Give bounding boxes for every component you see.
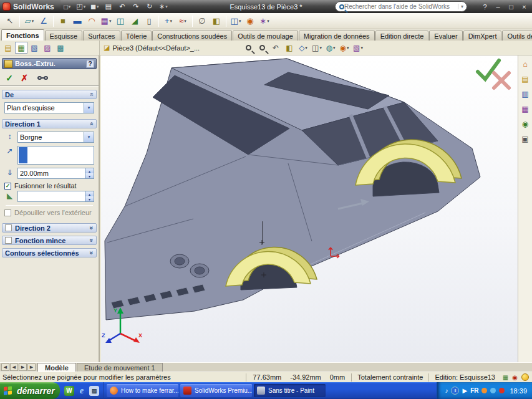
tray-network-icon[interactable] [490,388,496,393]
depth-input[interactable]: 20.00mm ▴▾ [17,168,94,179]
extruded-cut-button[interactable]: ▬ [70,14,84,28]
spin-down-button[interactable]: ▾ [85,173,94,178]
section-selected-contours-header[interactable]: Contours sélectionnés » [2,248,97,257]
linear-pattern-button[interactable]: ▦▾ [99,14,113,28]
design-library-tab[interactable]: ▤ [520,74,531,84]
status-tag-icon[interactable]: ▦ [501,374,510,381]
section-direction1-header[interactable]: Direction 1 » [2,119,97,128]
direction2-checkbox[interactable] [5,224,12,231]
volume-icon[interactable]: ♪ [445,387,448,394]
edit-appearance-button[interactable]: ◉ [243,14,257,28]
combo-arrow-icon[interactable]: ▾ [84,103,94,113]
view-orientation-button[interactable]: ◇▾ [297,41,309,54]
internet-explorer-icon[interactable]: e [77,386,87,396]
tray-security-icon[interactable] [499,388,505,393]
expand-chevron-icon[interactable]: » [89,239,95,243]
edit-appearance-button[interactable]: ◉▾ [338,41,351,54]
save-button[interactable]: ◼▾ [88,1,102,12]
propertymanager-tab[interactable]: ▦ [15,42,27,54]
reverse-direction-icon[interactable]: ↕ [4,132,15,142]
tray-update-icon[interactable] [481,388,487,393]
graphics-area[interactable]: Y X Z [101,55,518,362]
previous-view-button[interactable]: ↶ [269,41,282,54]
smart-dimension-button[interactable]: ∠ [37,14,51,28]
maximize-button[interactable]: □ [505,1,518,12]
zoom-area-button[interactable] [256,41,268,54]
section-view-button[interactable]: ◧ [283,41,296,54]
media-pause-icon[interactable]: ‖ [451,387,459,395]
view-palette-tab[interactable]: ▦ [520,103,531,114]
app-logo[interactable]: SolidWorks [0,0,60,13]
tab-constructions-soudees[interactable]: Constructions soudées [152,31,232,41]
language-indicator[interactable]: FR [470,387,478,394]
start-button[interactable]: démarrer [0,382,60,399]
draft-angle-icon[interactable]: ◣ [4,191,15,201]
scroll-prev-button[interactable]: ◀ [10,363,18,371]
collapse-chevron-icon[interactable]: » [89,93,95,97]
section-from-header[interactable]: De » [2,90,97,99]
car-model[interactable] [105,59,480,320]
model-tab[interactable]: Modèle [37,363,76,372]
model-view[interactable]: Y X Z [101,55,518,362]
custom-properties-tab[interactable]: ▣ [520,133,531,144]
checkbox-checked-icon[interactable]: ✓ [4,183,11,190]
search-dropdown-icon[interactable]: ▾ [458,4,463,9]
scroll-next-button[interactable]: ▶ [19,363,27,371]
thin-feature-checkbox[interactable] [5,237,12,244]
options-button[interactable]: ∗▾ [157,1,170,12]
displaymanager-tab[interactable]: ▩ [54,42,67,54]
tab-migration-de-donnees[interactable]: Migration de données [299,31,375,41]
configurationmanager-tab[interactable]: ▧ [28,42,41,54]
detailed-preview-button[interactable] [37,76,48,80]
mirror-button[interactable]: ◫ [114,14,127,28]
start-condition-select[interactable]: Plan d'esquisse ▾ [4,102,94,113]
taskbar-app-solidworks[interactable]: SolidWorks Premiu... [180,384,252,397]
status-flag-icon[interactable]: ◉ [510,374,520,381]
tab-evaluer[interactable]: Evaluer [429,31,462,41]
tab-outils-de-moulage[interactable]: Outils de moulage [233,31,298,41]
merge-result-checkbox[interactable]: ✓ Fusionner le résultat [4,182,94,190]
tab-edition-directe[interactable]: Edition directe [375,31,429,41]
expand-chevron-icon[interactable]: » [89,226,95,230]
appearances-tab[interactable]: ◉ [520,118,531,129]
solidworks-resources-tab[interactable]: ⌂ [520,59,531,69]
dimxpertmanager-tab[interactable]: ▨ [41,42,54,54]
help-search-box[interactable]: ▾ [335,1,467,12]
tab-dimxpert[interactable]: DimXpert [463,31,502,41]
cancel-button[interactable]: ✗ [17,72,31,84]
tab-surfaces[interactable]: Surfaces [83,31,120,41]
taskbar-app-browser[interactable]: How to make ferrar... [107,384,178,397]
help-button[interactable]: ? [478,1,491,12]
extruded-boss-button[interactable]: ■ [56,14,70,28]
help-icon[interactable]: ? [86,60,94,68]
select-button[interactable]: ↖ [3,14,17,28]
collapse-chevron-icon[interactable]: » [89,122,95,126]
section-view-button[interactable]: ◧ [210,14,223,28]
tab-esquisse[interactable]: Esquisse [45,31,83,41]
curves-button[interactable]: ≈▾ [176,14,190,28]
draft-angle-input[interactable]: ▴▾ [17,191,94,202]
close-button[interactable]: × [518,1,531,12]
direction-selection-box[interactable] [17,146,94,165]
spin-up-button[interactable]: ▴ [85,168,94,173]
featuremanager-tab[interactable]: ▤ [2,42,14,54]
display-style-button[interactable]: ◫▾ [229,14,243,28]
draft-button[interactable]: ◢ [128,14,142,28]
end-condition-select[interactable]: Borgne ▾ [17,132,94,143]
show-desktop-icon[interactable]: ▨ [89,386,99,396]
tab-tolerie[interactable]: Tôlerie [121,31,152,41]
taskbar-app-paint[interactable]: Sans titre - Paint [254,384,326,397]
section-direction2-header[interactable]: Direction 2 » [2,223,97,233]
cancel-x-icon[interactable] [494,73,509,88]
apply-scene-button[interactable]: ▧▾ [352,41,364,54]
rebuild-button[interactable]: ↻ [143,1,157,12]
spin-up-button[interactable]: ▴ [85,191,94,196]
display-style-button[interactable]: ◫▾ [311,41,323,54]
combo-arrow-icon[interactable]: ▾ [84,132,94,142]
new-document-button[interactable]: □▾ [60,1,74,12]
zoom-fit-button[interactable] [242,41,254,54]
search-input[interactable] [344,3,455,10]
quick-launch-w-icon[interactable]: W [64,386,74,396]
tab-outils-de-rendu[interactable]: Outils de rendu [502,31,532,41]
undo-button[interactable]: ↶ [115,1,129,12]
